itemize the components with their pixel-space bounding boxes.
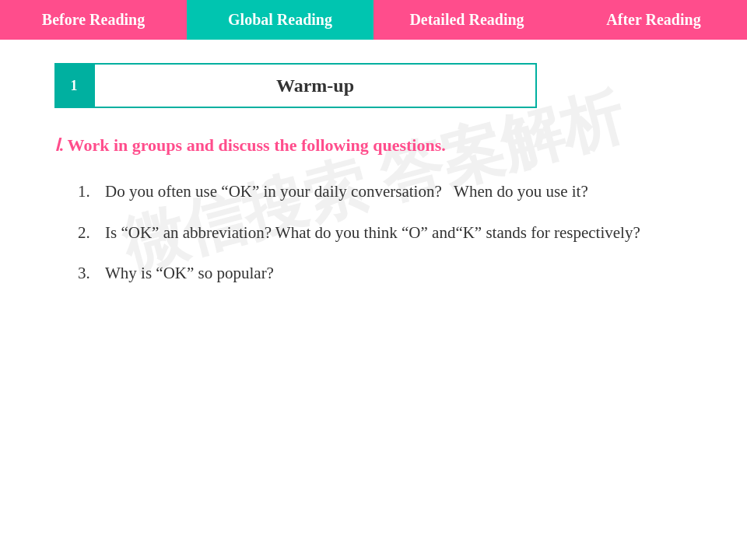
main-content: 微信搜索 答案解析 1 Warm-up Ⅰ. Work in groups an… — [0, 40, 747, 325]
section-heading-text: . Work in groups and discuss the followi… — [59, 135, 446, 155]
question-text: Why is “OK” so popular? — [105, 261, 708, 286]
warmup-container: 1 Warm-up — [54, 63, 537, 108]
question-number: 2. — [78, 220, 105, 246]
warmup-number: 1 — [54, 63, 93, 108]
question-number: 3. — [78, 261, 105, 286]
tab-global-reading[interactable]: Global Reading — [187, 0, 374, 40]
nav-bar: Before Reading Global Reading Detailed R… — [0, 0, 747, 40]
question-number: 1. — [78, 179, 105, 205]
question-text: Do you often use “OK” in your daily conv… — [105, 179, 708, 205]
tab-after-reading[interactable]: After Reading — [560, 0, 747, 40]
questions-list: 1.Do you often use “OK” in your daily co… — [54, 179, 708, 286]
list-item: 3.Why is “OK” so popular? — [78, 261, 708, 286]
tab-detailed-reading[interactable]: Detailed Reading — [374, 0, 560, 40]
tab-before-reading[interactable]: Before Reading — [0, 0, 187, 40]
warmup-title: Warm-up — [93, 63, 537, 108]
question-text: Is “OK” an abbreviation? What do you thi… — [105, 220, 708, 246]
list-item: 1.Do you often use “OK” in your daily co… — [78, 179, 708, 205]
list-item: 2.Is “OK” an abbreviation? What do you t… — [78, 220, 708, 246]
section-heading: Ⅰ. Work in groups and discuss the follow… — [54, 135, 708, 156]
